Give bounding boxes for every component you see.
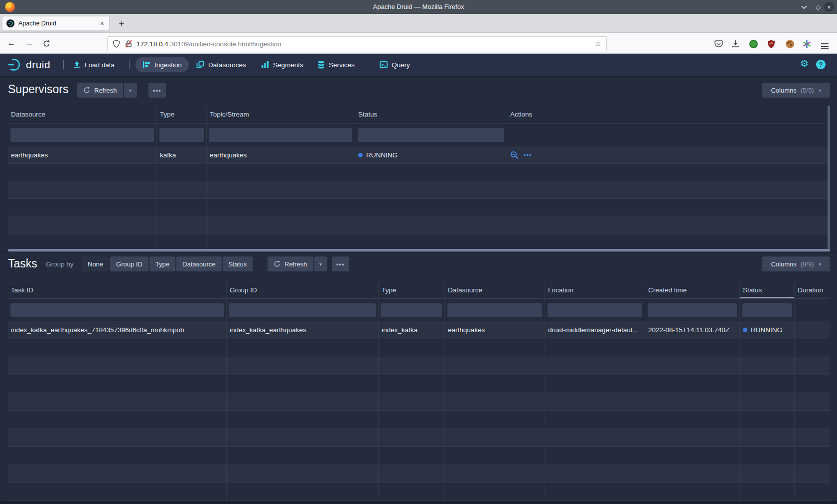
datasource-filter-input[interactable] xyxy=(10,128,154,142)
close-button[interactable]: × xyxy=(823,1,835,12)
tab-close-icon[interactable]: × xyxy=(99,19,105,27)
supervisors-refresh-button[interactable]: Refresh xyxy=(77,83,123,98)
vertical-scrollbar[interactable] xyxy=(828,106,830,249)
new-tab-button[interactable]: + xyxy=(116,18,128,30)
ingestion-icon xyxy=(142,61,150,69)
nav-item-segments[interactable]: Segments xyxy=(258,57,306,72)
group-by-datasource-button[interactable]: Datasource xyxy=(176,256,221,271)
column-header-status-sorted[interactable]: Status xyxy=(740,281,795,298)
supervisors-table: Datasource Type Topic/Stream Status Acti… xyxy=(8,106,830,249)
supervisors-more-button[interactable]: ••• xyxy=(148,83,166,98)
nav-item-ingestion[interactable]: Ingestion xyxy=(136,57,189,72)
column-header-duration[interactable]: Duration xyxy=(795,281,830,298)
supervisors-refresh-caret-button[interactable]: ▾ xyxy=(124,83,137,98)
column-header-datasource[interactable]: Datasource xyxy=(445,281,545,298)
group-by-status-button[interactable]: Status xyxy=(223,256,253,271)
empty-row xyxy=(8,357,830,375)
bookmark-star-icon[interactable]: ☆ xyxy=(595,39,601,48)
task-datasource[interactable]: earthquakes xyxy=(445,321,545,339)
nav-item-query[interactable]: Query xyxy=(377,57,413,72)
tasks-more-button[interactable]: ••• xyxy=(332,256,349,271)
maximize-button[interactable]: ◇ xyxy=(812,1,824,12)
column-header-topic-stream[interactable]: Topic/Stream xyxy=(207,106,355,123)
column-header-actions: Actions xyxy=(507,106,830,123)
nav-item-load-data[interactable]: Load data xyxy=(70,57,118,72)
cookie-extension-icon[interactable] xyxy=(783,37,796,50)
task-id-filter-input[interactable] xyxy=(10,303,224,317)
reload-button[interactable] xyxy=(40,38,53,49)
tab-apache-druid[interactable]: Apache Druid × xyxy=(2,16,110,31)
tasks-refresh-caret-button[interactable]: ▾ xyxy=(314,256,327,271)
datasource-filter-input[interactable] xyxy=(447,303,542,317)
supervisor-datasource[interactable]: earthquakes xyxy=(8,146,157,163)
minimize-button[interactable] xyxy=(798,1,810,12)
horizontal-scrollbar[interactable] xyxy=(8,249,830,252)
help-icon[interactable]: ? xyxy=(816,60,826,69)
shield-icon xyxy=(113,40,120,48)
task-group-id[interactable]: index_kafka_earthquakes xyxy=(227,321,379,339)
task-status-label: RUNNING xyxy=(751,326,782,334)
column-header-status[interactable]: Status xyxy=(355,106,507,123)
asterisk-extension-icon[interactable] xyxy=(800,37,813,50)
chevron-down-icon: ▾ xyxy=(819,261,822,267)
group-by-label: Group by xyxy=(46,260,74,268)
task-created-time[interactable]: 2022-08-15T14:11:03.740Z xyxy=(645,321,740,339)
settings-gear-icon[interactable]: ⚙ xyxy=(800,58,809,69)
firefox-window: Apache Druid — Mozilla Firefox ◇ × Apach… xyxy=(0,0,837,504)
back-button[interactable]: ← xyxy=(5,38,18,49)
tab-bar: Apache Druid × + xyxy=(0,14,837,33)
group-by-group-id-button[interactable]: Group ID xyxy=(110,256,148,271)
tasks-refresh-button[interactable]: Refresh xyxy=(268,256,313,271)
column-header-type[interactable]: Type xyxy=(379,281,445,298)
column-header-location[interactable]: Location xyxy=(545,281,645,298)
supervisor-topic-stream[interactable]: earthquakes xyxy=(207,146,355,163)
column-header-type[interactable]: Type xyxy=(157,106,207,123)
supervisor-type[interactable]: kafka xyxy=(157,146,207,163)
minimize-icon xyxy=(801,5,807,9)
column-header-task-id[interactable]: Task ID xyxy=(8,281,227,298)
group-by-type-button[interactable]: Type xyxy=(149,256,175,271)
url-bar[interactable]: 172.18.0.4:30109/unified-console.html#in… xyxy=(107,36,607,51)
group-id-filter-input[interactable] xyxy=(229,303,376,317)
tasks-columns-button[interactable]: Columns (9/9) ▾ xyxy=(762,256,830,271)
supervisor-row[interactable]: earthquakes kafka earthquakes RUNNING ••… xyxy=(8,146,830,164)
services-icon xyxy=(317,61,325,69)
supervisor-actions: ••• xyxy=(507,146,830,163)
empty-row xyxy=(8,465,830,483)
magnify-details-icon[interactable] xyxy=(510,151,519,159)
column-header-datasource[interactable]: Datasource xyxy=(8,106,157,123)
nav-item-label: Segments xyxy=(273,61,303,69)
task-status[interactable]: RUNNING xyxy=(740,321,795,339)
supervisors-columns-button[interactable]: Columns (5/5) ▾ xyxy=(762,83,830,98)
status-filter-input[interactable] xyxy=(358,128,504,142)
nav-item-services[interactable]: Services xyxy=(314,57,358,72)
task-type[interactable]: index_kafka xyxy=(379,321,445,339)
group-by-none-button[interactable]: None xyxy=(82,256,109,271)
supervisor-status[interactable]: RUNNING xyxy=(355,146,507,163)
extension-green-icon[interactable] xyxy=(747,37,760,50)
location-filter-input[interactable] xyxy=(548,303,642,317)
downloads-icon[interactable] xyxy=(729,37,742,50)
group-by-segmented-control: None Group ID Type Datasource Status xyxy=(82,256,253,271)
task-id[interactable]: index_kafka_earthquakes_7184357396d6c0a_… xyxy=(8,321,227,339)
type-filter-input[interactable] xyxy=(159,128,204,142)
row-more-actions-icon[interactable]: ••• xyxy=(524,151,532,158)
task-duration[interactable] xyxy=(795,321,830,339)
nav-item-datasources[interactable]: Datasources xyxy=(193,57,249,72)
status-filter-input[interactable] xyxy=(742,303,792,317)
task-row[interactable]: index_kafka_earthquakes_7184357396d6c0a_… xyxy=(8,321,830,339)
druid-brand[interactable]: druid xyxy=(8,54,50,76)
forward-button[interactable]: → xyxy=(23,38,36,49)
empty-row xyxy=(8,411,830,429)
type-filter-input[interactable] xyxy=(381,303,442,317)
ublock-shield-icon[interactable]: uO xyxy=(765,37,778,50)
pocket-icon[interactable] xyxy=(712,37,725,50)
created-time-filter-input[interactable] xyxy=(648,303,737,317)
column-header-group-id[interactable]: Group ID xyxy=(227,281,379,298)
lock-insecure-icon[interactable] xyxy=(125,40,132,48)
topic-stream-filter-input[interactable] xyxy=(209,128,352,142)
empty-row xyxy=(8,199,830,216)
task-location[interactable]: druid-middlemanager-defaul... xyxy=(545,321,645,339)
menu-hamburger-icon[interactable] xyxy=(818,37,831,50)
column-header-created-time[interactable]: Created time xyxy=(645,281,740,298)
